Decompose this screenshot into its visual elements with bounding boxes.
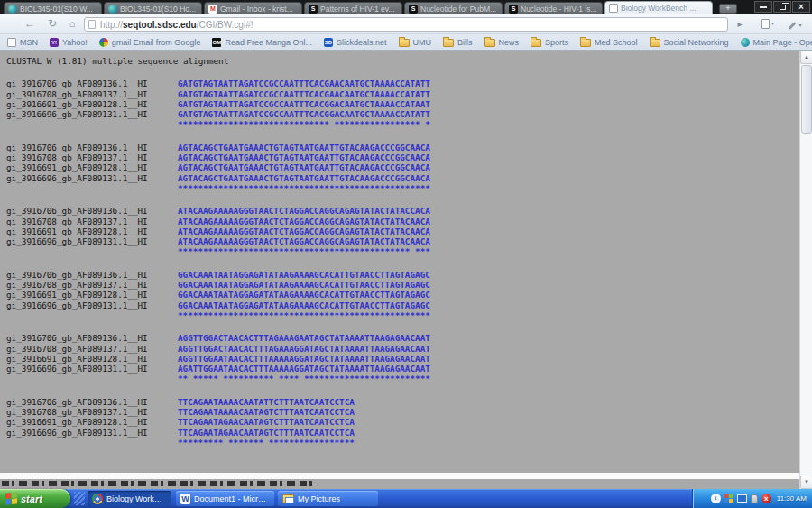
sequence-bases: ATACAAGAAAAAGGGTAACTCTAGGACCAGGCAGAGTATA… <box>178 217 430 226</box>
wrench-menu-button[interactable]: ▾ <box>783 17 807 32</box>
go-button[interactable]: ▸ <box>733 17 747 32</box>
taskbar-button-my-pictures[interactable]: My Pictures <box>278 491 378 506</box>
reload-button[interactable]: ↻ <box>43 17 61 32</box>
vertical-scrollbar[interactable]: ▲ ▼ <box>799 51 812 489</box>
bookmark-msn[interactable]: MSN <box>7 38 38 47</box>
sequence-name: gi_3916696_gb_AF089131.1__HI <box>6 109 178 119</box>
alignment-row: gi_3916708_gb_AF089137.1__HIGATGTAGTAATT… <box>6 89 799 99</box>
screen: BIOL345-01(S10 W... BIOL345-01(S10 Ho...… <box>0 0 812 508</box>
alignment-row: gi_3916706_gb_AF089136.1__HIGGACAAATAATA… <box>6 270 799 280</box>
tab-nucleotide-hiv[interactable]: S Nucleotide - HIV-1 is... <box>504 2 603 14</box>
bookmark-folder-bills[interactable]: Bills <box>443 37 473 47</box>
bookmark-folder-social-networking[interactable]: Social Networking <box>650 37 729 47</box>
folder-icon <box>531 39 541 47</box>
tab-biol-course-1[interactable]: BIOL345-01(S10 W... <box>4 2 102 14</box>
openwetware-icon <box>741 38 750 47</box>
url-text: http://seqtool.sdsc.edu/CGI/BW.cgi#! <box>100 20 254 30</box>
sequence-name: gi_3916691_gb_AF089128.1__HI <box>6 417 178 427</box>
window-restore-button[interactable] <box>773 1 791 13</box>
sequence-bases: TTCAGAATAAAACAATATTCTTTAATCAATCCTCA <box>178 397 355 407</box>
start-button[interactable]: start <box>0 489 70 508</box>
conservation-row: ** ***** ********** **** ***************… <box>6 374 799 383</box>
bookmark-slickdeals[interactable]: SDSlickdeals.net <box>324 38 387 47</box>
new-tab-button[interactable]: + <box>719 4 737 14</box>
sequence-name: gi_3916696_gb_AF089131.1__HI <box>6 236 178 246</box>
device-tray-icon[interactable] <box>751 494 758 503</box>
bookmark-folder-sports[interactable]: Sports <box>531 37 568 47</box>
taskbar-button-word-document[interactable]: W Document1 - Microsof... <box>176 491 274 506</box>
sequence-name: gi_3916691_gb_AF089128.1__HI <box>6 99 178 109</box>
sequence-bases: AGTACAGCTGAATGAAACTGTAGTAATGAATTGTACAAGA… <box>178 152 430 162</box>
tab-gmail[interactable]: M Gmail - Inbox - krist... <box>204 2 302 14</box>
alignment-row: gi_3916708_gb_AF089137.1__HIAGGTTGGACTAA… <box>6 344 799 354</box>
sequence-bases: AGTACAGCTGAATGAAACTGTAGTAATGAATTGTACAAGA… <box>178 143 430 152</box>
conservation-line: ****************************************… <box>178 183 430 193</box>
back-button[interactable]: ← <box>20 17 40 32</box>
page-menu-button[interactable]: ▾ <box>756 17 780 32</box>
sequence-name: gi_3916706_gb_AF089136.1__HI <box>6 79 178 88</box>
chevron-down-icon: ▾ <box>798 19 801 32</box>
sequence-bases: GATGTAGTAATTAGATCCGCCAATTTCACGAACAATGCTA… <box>178 89 430 99</box>
wrench-icon <box>789 22 797 30</box>
display-tray-icon[interactable] <box>737 494 747 503</box>
alignment-row: gi_3916691_gb_AF089128.1__HIAGTACAGCTGAA… <box>6 162 799 172</box>
sequence-bases: GGACAAATAATAGGAGATATAAGAAAAGCACATTGTAACC… <box>178 270 430 280</box>
bookmark-folder-med-school[interactable]: Med School <box>580 37 638 47</box>
security-alert-icon[interactable]: x <box>761 494 771 503</box>
sequence-name: gi_3916691_gb_AF089128.1__HI <box>6 354 178 364</box>
url-path: /CGI/BW.cgi#! <box>197 20 254 30</box>
conservation-line: ** ***** ********** **** ***************… <box>178 374 430 383</box>
bookmark-openwetware[interactable]: Main Page - OpenWet... <box>741 38 812 47</box>
chrome-icon <box>92 494 103 504</box>
sequence-name: gi_3916706_gb_AF089136.1__HI <box>6 143 178 152</box>
bookmark-yahoo[interactable]: Y!Yahoo! <box>50 38 88 47</box>
sequence-name: gi_3916708_gb_AF089137.1__HI <box>6 217 178 226</box>
alignment-block: gi_3916706_gb_AF089136.1__HIGGACAAATAATA… <box>6 270 799 320</box>
sequence-bases: ATACAAGAAAAAGGGTAACTCTAGGACCAGGCAGAGTATA… <box>178 236 430 246</box>
workbench-favicon-icon <box>8 5 17 14</box>
window-close-button[interactable]: × <box>792 1 810 13</box>
alignment-row: gi_3916696_gb_AF089131.1__HIGGACAAATAATA… <box>6 300 799 310</box>
scroll-up-button[interactable]: ▲ <box>800 51 812 64</box>
home-button[interactable]: ⌂ <box>63 17 81 32</box>
alignment-row: gi_3916708_gb_AF089137.1__HIGGACAAATAATA… <box>6 280 799 290</box>
bookmark-folder-umu[interactable]: UMU <box>399 37 432 47</box>
system-tray: ‹ x 11:30 AM <box>692 489 812 508</box>
quick-launch-grip <box>74 492 85 505</box>
bookmark-folder-news[interactable]: News <box>484 37 520 47</box>
alignment-row: gi_3916691_gb_AF089128.1__HIATACAAGAAAAA… <box>6 226 799 236</box>
scrollbar-thumb[interactable] <box>801 65 812 134</box>
tab-biology-workbench-active[interactable]: Biology WorkBench ... <box>604 1 713 14</box>
folder-icon <box>399 39 410 47</box>
taskbar-button-biology-workbench[interactable]: Biology WorkBench 3.... <box>88 491 171 506</box>
sequence-name: gi_3916706_gb_AF089136.1__HI <box>6 270 178 280</box>
sequence-name: gi_3916708_gb_AF089137.1__HI <box>6 280 178 290</box>
word-icon: W <box>180 494 190 504</box>
chevron-down-icon: ▾ <box>771 17 774 31</box>
pictures-folder-icon <box>282 494 294 503</box>
tab-biol-course-2[interactable]: BIOL345-01(S10 Ho... <box>104 2 202 14</box>
alignment-row: gi_3916696_gb_AF089131.1__HIGATGTAGTAATT… <box>6 109 799 119</box>
bookmark-gmail[interactable]: gmail Email from Google <box>99 38 201 47</box>
url-host: seqtool.sdsc.edu <box>123 20 197 30</box>
clustal-header: CLUSTAL W (1.81) multiple sequence align… <box>6 56 799 66</box>
bookmark-onemanga[interactable]: OMRead Free Manga Onl... <box>212 38 312 47</box>
sequence-bases: TTCAGAATAGAACAATAGTCTTTAATCAATCCTCA <box>178 428 355 438</box>
sequence-name: gi_3916706_gb_AF089136.1__HI <box>6 397 178 407</box>
page-white-band <box>0 473 799 479</box>
address-bar-input[interactable]: http://seqtool.sdsc.edu/CGI/BW.cgi#! <box>84 17 728 32</box>
messenger-tray-icon[interactable] <box>724 494 734 503</box>
sequence-name: gi_3916691_gb_AF089128.1__HI <box>6 162 178 172</box>
tray-chevron-icon[interactable]: ‹ <box>711 494 721 503</box>
alignment-row: gi_3916708_gb_AF089137.1__HIAGTACAGCTGAA… <box>6 152 799 162</box>
conservation-line: ****************************************… <box>178 246 430 256</box>
folder-icon <box>580 39 591 47</box>
tab-nucleotide-pubmed[interactable]: S Nucleotide for PubM... <box>404 2 503 14</box>
sequence-name: gi_3916708_gb_AF089137.1__HI <box>6 407 178 417</box>
tab-patterns-hiv[interactable]: S Patterns of HIV-1 ev... <box>304 2 402 14</box>
scroll-down-button[interactable]: ▼ <box>800 476 812 489</box>
alignment-row: gi_3916706_gb_AF089136.1__HIATACAAGAAAAA… <box>6 206 799 216</box>
alignment-block: gi_3916706_gb_AF089136.1__HIGATGTAGTAATT… <box>6 79 799 129</box>
tab-label: Gmail - Inbox - krist... <box>220 5 293 14</box>
window-minimize-button[interactable] <box>754 1 772 13</box>
